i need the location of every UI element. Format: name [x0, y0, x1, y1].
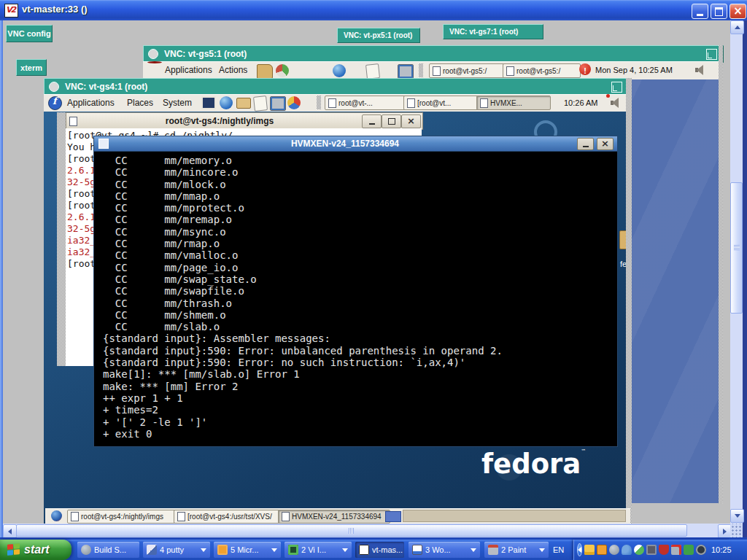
vnc-gs7-titlebar[interactable]: VNC: vt-gs7:1 (root) [443, 24, 543, 39]
tray-clock-icon[interactable] [597, 545, 607, 555]
gs4-clock[interactable]: 10:26 AM [564, 98, 597, 107]
tray-clock-icon [217, 545, 228, 555]
tray-clock[interactable]: 10:25 [711, 545, 732, 554]
gs5-task-label: root@vt-gs5:/ [516, 67, 560, 75]
terminal-line: CC mm/mmap.o [103, 190, 617, 202]
resize-grip[interactable] [730, 524, 743, 537]
gs5-clock[interactable]: Mon Sep 4, 10:25 AM [595, 66, 673, 74]
language-indicator[interactable]: EN [553, 540, 564, 560]
maximize-icon[interactable] [611, 82, 622, 93]
laptop-launcher-icon[interactable] [270, 96, 286, 111]
taskbar-group-button[interactable]: 3 Wo... [409, 542, 480, 558]
vnc-px5-titlebar[interactable]: VNC: vt-px5:1 (root) [337, 28, 420, 43]
panel-drag-handle[interactable] [419, 63, 423, 77]
window-list-button[interactable]: [root@vt-gs4:/usr/tst/XVS/ [174, 510, 283, 524]
fedora-menu-icon[interactable] [48, 96, 62, 110]
gs5-menu-applications[interactable]: Applications [165, 65, 212, 75]
page-icon [407, 98, 415, 108]
vertical-scrollbar-thumb[interactable] [730, 182, 743, 314]
maximize-button[interactable] [382, 114, 401, 128]
vnc-config-label: VNC config [7, 29, 50, 38]
page-icon [433, 66, 441, 76]
gs4-task-button[interactable]: root@vt-... [325, 96, 409, 110]
vnc-gs5-titlebar[interactable]: VNC: vt-gs5:1 (root) [143, 45, 724, 63]
gs4-task-button-active[interactable]: HVMXE... [476, 96, 551, 110]
hvmxen-titlebar[interactable]: HVMXEN-v24_1157334694 [93, 136, 618, 152]
mail-launcher-icon[interactable] [236, 98, 251, 109]
gs4-menu-applications[interactable]: Applications [67, 98, 115, 108]
down-arrow-icon [735, 514, 740, 518]
close-button[interactable] [729, 4, 746, 19]
gs5-task-button[interactable]: root@vt-gs5:/ [503, 63, 581, 78]
tray-tablet-icon[interactable] [646, 545, 657, 555]
tray-mail-icon[interactable] [584, 545, 595, 555]
close-button[interactable] [597, 138, 614, 150]
ball-chart-icon[interactable] [276, 64, 289, 77]
gs5-window-border [719, 45, 723, 503]
scroll-up-button[interactable] [730, 20, 744, 34]
window-list-label: [root@vt-gs4:/usr/tst/XVS/ [187, 513, 272, 521]
terminal-launcher-icon[interactable] [201, 96, 216, 109]
tray-time-sync-icon[interactable] [696, 545, 706, 555]
browser-globe-icon[interactable] [220, 96, 233, 109]
laptop-launcher-icon[interactable] [398, 64, 414, 79]
window-menu-icon[interactable] [49, 82, 59, 92]
window-menu-icon[interactable] [148, 49, 158, 59]
horizontal-scrollbar-thumb[interactable] [16, 524, 687, 537]
app-launcher-icon[interactable] [51, 510, 62, 521]
window-list-button[interactable]: root@vt-gs4:/nightly/imgs [67, 510, 178, 524]
terminal-line: {standard input}:590: Error: unbalanced … [103, 345, 617, 357]
hide-tray-chevron-icon[interactable] [577, 543, 582, 556]
document-launcher-icon[interactable] [253, 96, 268, 112]
taskbar-group-button[interactable]: 5 Micr... [214, 542, 281, 558]
window-list-button-active[interactable]: HVMXEN-v24_1157334694 [278, 510, 390, 524]
xterm-button[interactable]: xterm [16, 59, 47, 76]
maximize-button[interactable] [711, 4, 727, 19]
browser-globe-icon[interactable] [333, 64, 346, 77]
gs4-task-button[interactable]: [root@vt... [403, 96, 481, 110]
terminal-line: CC mm/swap_state.o [103, 273, 617, 285]
tray-m-app-icon[interactable] [609, 545, 619, 555]
taskbar-group-button[interactable]: 2 Vi I... [285, 542, 352, 558]
tray-users-icon[interactable] [622, 545, 632, 555]
document-launcher-icon[interactable] [365, 63, 380, 79]
alert-icon[interactable] [579, 63, 591, 75]
tray-messenger-icon[interactable] [634, 545, 644, 555]
gs4-task-label: HVMXE... [490, 99, 522, 107]
terminal1-titlebar[interactable]: root@vt-gs4:/nightly/imgs [66, 112, 423, 130]
close-button[interactable] [401, 114, 421, 128]
terminal-line: CC mm/msync.o [103, 226, 617, 238]
gs5-task-button[interactable]: root@vt-gs5:/ [429, 63, 507, 78]
scroll-down-button[interactable] [730, 509, 744, 523]
maximize-icon[interactable] [706, 49, 717, 60]
hvmxen-content[interactable]: CC mm/memory.o CC mm/mincore.o CC mm/mlo… [93, 152, 618, 447]
tray-network-icon[interactable] [671, 545, 681, 555]
folder-icon[interactable] [257, 64, 273, 79]
scroll-left-button[interactable] [3, 524, 17, 538]
workspace-pager-icon[interactable] [385, 511, 401, 522]
page-icon [480, 98, 488, 108]
taskbar-button-active[interactable]: vt-mas... [355, 542, 404, 558]
vnc-config-button[interactable]: VNC config [6, 25, 53, 42]
minimize-button[interactable] [362, 114, 382, 128]
maximize-icon [715, 7, 723, 16]
left-arrow-icon [8, 529, 12, 534]
xp-window-titlebar[interactable]: vt-master:33 () [0, 0, 747, 20]
gs4-menu-places[interactable]: Places [127, 98, 153, 108]
minimize-button[interactable] [577, 138, 594, 150]
minimize-button[interactable] [692, 4, 708, 19]
gs4-menu-system[interactable]: System [163, 98, 192, 108]
taskbar-group-button[interactable]: 4 putty [143, 542, 210, 558]
panel-drag-handle[interactable] [317, 96, 321, 109]
taskbar-group-button[interactable]: 2 Paint [484, 542, 549, 558]
tray-shield-icon[interactable] [659, 545, 669, 555]
pie-launcher-icon[interactable] [287, 96, 301, 109]
taskbar-button[interactable]: Build S... [77, 542, 139, 558]
start-button[interactable]: start [0, 540, 71, 560]
vnc-gs4-titlebar[interactable]: VNC: vt-gs4:1 (root) [44, 78, 629, 96]
chevron-down-icon [539, 548, 545, 552]
vnc-gs5-title: VNC: vt-gs5:1 (root) [164, 49, 247, 59]
gs5-menu-actions[interactable]: Actions [219, 65, 247, 75]
tray-green-app-icon[interactable] [684, 545, 694, 555]
terminal-window-icon[interactable] [98, 139, 109, 149]
